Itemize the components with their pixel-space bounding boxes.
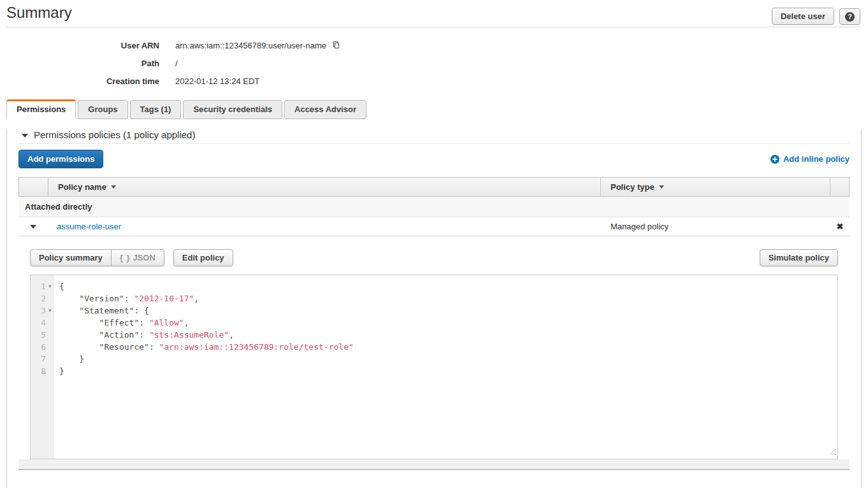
section-divider bbox=[18, 143, 850, 144]
editor-line: 3▼ "Statement": { bbox=[31, 305, 837, 317]
editor-line: 6 "Resource": "arn:aws:iam::123456789:ro… bbox=[31, 341, 837, 353]
json-editor-lines: 1▼{2 "Version": "2012-10-17",3▼ "Stateme… bbox=[31, 275, 837, 377]
permissions-tab-panel: Permissions policies (1 policy applied) … bbox=[6, 129, 862, 488]
line-number: 6 bbox=[31, 341, 46, 353]
page-title: Summary bbox=[6, 4, 72, 22]
tab-tags[interactable]: Tags (1) bbox=[130, 100, 182, 119]
policy-detail-panel: Policy summary { }JSON Edit policy Simul… bbox=[18, 236, 850, 470]
policies-table-header: Policy name Policy type bbox=[18, 177, 850, 197]
fold-spacer bbox=[46, 365, 54, 377]
braces-icon: { } bbox=[120, 253, 131, 262]
policy-name-link[interactable]: assume-role-user bbox=[57, 222, 121, 231]
policy-name-column-header[interactable]: Policy name bbox=[48, 178, 600, 196]
creation-time-label: Creation time bbox=[0, 76, 159, 86]
line-number: 4 bbox=[31, 317, 46, 329]
row-expand-toggle[interactable] bbox=[18, 225, 47, 229]
json-policy-editor[interactable]: 1▼{2 "Version": "2012-10-17",3▼ "Stateme… bbox=[30, 275, 838, 459]
add-inline-policy-link[interactable]: Add inline policy bbox=[770, 154, 850, 164]
code-text: "Statement": { bbox=[54, 305, 149, 317]
help-button[interactable]: ? bbox=[839, 8, 860, 25]
expand-column-header bbox=[19, 178, 48, 196]
code-text: } bbox=[54, 353, 84, 365]
user-arn-label: User ARN bbox=[0, 41, 159, 50]
policy-table-row: assume-role-user Managed policy ✖ bbox=[18, 217, 850, 236]
fold-spacer bbox=[46, 317, 54, 329]
editor-line: 7 } bbox=[31, 353, 837, 365]
line-number: 5 bbox=[31, 329, 46, 341]
fold-toggle-icon[interactable]: ▼ bbox=[46, 280, 54, 292]
info-row-creation-time: Creation time 2022-01-12 13:24 EDT bbox=[0, 72, 868, 90]
policy-type-value: Managed policy bbox=[601, 222, 830, 231]
user-arn-value: arn:aws:iam::123456789:user/user-name bbox=[175, 41, 326, 50]
tab-access-advisor[interactable]: Access Advisor bbox=[284, 100, 366, 119]
page-header: Summary Delete user ? bbox=[6, 0, 862, 27]
simulate-policy-button[interactable]: Simulate policy bbox=[760, 249, 838, 266]
line-number: 7 bbox=[31, 353, 46, 365]
fold-spacer bbox=[46, 353, 54, 365]
code-text: "Version": "2012-10-17", bbox=[54, 292, 199, 305]
json-view-button[interactable]: { }JSON bbox=[111, 249, 164, 266]
header-actions: Delete user ? bbox=[772, 8, 860, 25]
attached-directly-group-row: Attached directly bbox=[18, 197, 850, 217]
code-text: "Resource": "arn:aws:iam::123456789:role… bbox=[54, 341, 354, 353]
detail-footer-strip bbox=[18, 459, 850, 470]
copy-icon[interactable] bbox=[332, 41, 342, 50]
creation-time-value: 2022-01-12 13:24 EDT bbox=[175, 76, 259, 86]
plus-circle-icon bbox=[770, 155, 779, 164]
code-text: } bbox=[54, 365, 64, 377]
fold-toggle-icon[interactable]: ▼ bbox=[46, 305, 54, 317]
line-number: 2 bbox=[31, 292, 46, 305]
line-number: 1 bbox=[31, 280, 46, 292]
path-value: / bbox=[175, 59, 178, 68]
line-number: 8 bbox=[31, 365, 46, 377]
sort-caret-icon bbox=[659, 185, 664, 189]
resize-handle-icon[interactable] bbox=[829, 448, 836, 457]
editor-line: 4 "Effect": "Allow", bbox=[31, 317, 837, 329]
info-row-user-arn: User ARN arn:aws:iam::123456789:user/use… bbox=[0, 36, 868, 54]
tab-groups[interactable]: Groups bbox=[78, 100, 127, 119]
collapse-caret-icon bbox=[22, 134, 28, 138]
question-icon: ? bbox=[845, 12, 855, 22]
actions-column-header bbox=[830, 178, 849, 196]
editor-line: 8} bbox=[31, 365, 837, 377]
policy-type-column-header[interactable]: Policy type bbox=[600, 178, 830, 196]
tab-permissions[interactable]: Permissions bbox=[6, 99, 76, 119]
tab-bar: Permissions Groups Tags (1) Security cre… bbox=[6, 99, 862, 119]
policies-table: Policy name Policy type Attached directl… bbox=[18, 177, 850, 470]
fold-spacer bbox=[46, 341, 54, 353]
add-permissions-button[interactable]: Add permissions bbox=[18, 150, 103, 168]
permissions-policies-section-header[interactable]: Permissions policies (1 policy applied) bbox=[18, 129, 850, 140]
editor-line: 2 "Version": "2012-10-17", bbox=[31, 292, 837, 305]
code-text: { bbox=[54, 280, 64, 292]
policy-detail-toolbar: Policy summary { }JSON Edit policy Simul… bbox=[30, 249, 838, 266]
sort-caret-icon bbox=[111, 185, 116, 189]
info-row-path: Path / bbox=[0, 54, 868, 72]
fold-spacer bbox=[46, 292, 54, 305]
policy-actions-row: Add permissions Add inline policy bbox=[18, 150, 850, 168]
code-text: "Effect": "Allow", bbox=[54, 317, 189, 329]
edit-policy-button[interactable]: Edit policy bbox=[173, 249, 233, 266]
line-number: 3 bbox=[31, 305, 46, 317]
editor-line: 1▼{ bbox=[31, 280, 837, 292]
chevron-down-icon bbox=[30, 225, 36, 229]
remove-policy-icon[interactable]: ✖ bbox=[830, 222, 850, 231]
delete-user-button[interactable]: Delete user bbox=[772, 8, 834, 25]
path-label: Path bbox=[0, 59, 159, 68]
fold-spacer bbox=[46, 329, 54, 341]
tab-security-credentials[interactable]: Security credentials bbox=[183, 100, 282, 119]
section-title: Permissions policies (1 policy applied) bbox=[34, 129, 195, 140]
policy-summary-button[interactable]: Policy summary bbox=[30, 249, 112, 266]
user-summary-info: User ARN arn:aws:iam::123456789:user/use… bbox=[0, 36, 868, 90]
code-text: "Action": "sts:AssumeRole", bbox=[54, 329, 234, 341]
editor-line: 5 "Action": "sts:AssumeRole", bbox=[31, 329, 837, 341]
